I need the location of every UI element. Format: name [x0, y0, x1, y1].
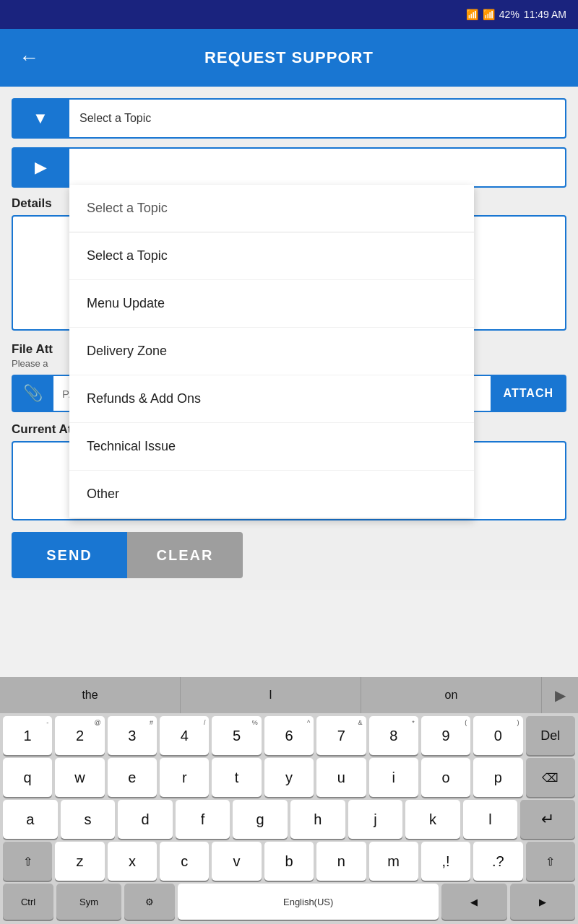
key-w[interactable]: w [55, 758, 104, 797]
action-buttons: SEND CLEAR [12, 532, 566, 578]
play-button[interactable]: ▶ [12, 147, 69, 188]
zxcv-row: ⇧ z x c v b n m ,! .? ⇧ [0, 839, 578, 881]
main-content: ▼ Select a Topic Select a Topic Select a… [0, 87, 578, 590]
key-h[interactable]: h [290, 800, 345, 839]
clear-button[interactable]: CLEAR [127, 532, 243, 578]
qwerty-row: q w e r t y u i o p ⌫ [0, 755, 578, 797]
key-l[interactable]: l [463, 800, 518, 839]
topic-selected-value: Select a Topic [79, 112, 151, 125]
key-1[interactable]: -1 [3, 716, 52, 755]
key-c[interactable]: c [160, 842, 209, 881]
number-row: -1 @2 #3 /4 %5 ^6 &7 *8 (9 )0 Del [0, 713, 578, 755]
send-button[interactable]: SEND [12, 532, 127, 578]
topic-dropdown-menu: Select a Topic Select a Topic Menu Updat… [69, 185, 474, 518]
suggestion-i[interactable]: I [181, 677, 361, 713]
key-m[interactable]: m [369, 842, 418, 881]
key-x[interactable]: x [108, 842, 157, 881]
key-i[interactable]: i [369, 758, 418, 797]
key-j[interactable]: j [348, 800, 403, 839]
key-del[interactable]: Del [526, 716, 575, 755]
wifi-icon: 📶 [483, 9, 495, 20]
key-g[interactable]: g [233, 800, 288, 839]
key-3[interactable]: #3 [108, 716, 157, 755]
key-space[interactable]: English(US) [178, 884, 439, 920]
back-button[interactable]: ← [14, 43, 43, 72]
key-shift-left[interactable]: ⇧ [3, 842, 52, 881]
topic-dropdown-field[interactable]: Select a Topic [69, 98, 566, 139]
key-d[interactable]: d [118, 800, 173, 839]
battery-level: 42% [499, 9, 519, 20]
suggestion-the[interactable]: the [0, 677, 181, 713]
play-field[interactable] [69, 147, 566, 188]
attach-button[interactable]: ATTACH [491, 375, 566, 412]
key-5[interactable]: %5 [212, 716, 261, 755]
bottom-row: Ctrl Sym ⚙ English(US) ◀ ▶ [0, 881, 578, 924]
key-u[interactable]: u [316, 758, 366, 797]
key-comma[interactable]: ,! [421, 842, 470, 881]
suggestions-row: the I on ▶ [0, 677, 578, 713]
topic-dropdown-row: ▼ Select a Topic Select a Topic Select a… [12, 98, 566, 139]
key-shift-right[interactable]: ⇧ [526, 842, 575, 881]
dropdown-toggle-button[interactable]: ▼ [12, 98, 69, 139]
dropdown-item-0[interactable]: Select a Topic [69, 185, 474, 232]
key-e[interactable]: e [108, 758, 157, 797]
bluetooth-icon: 📶 [466, 9, 478, 20]
paperclip-icon: 📎 [23, 384, 43, 403]
dropdown-item-1[interactable]: Select a Topic [69, 232, 474, 280]
key-7[interactable]: &7 [316, 716, 366, 755]
key-0[interactable]: )0 [473, 716, 522, 755]
dropdown-item-2[interactable]: Menu Update [69, 280, 474, 328]
dropdown-item-5[interactable]: Technical Issue [69, 423, 474, 471]
suggestion-on[interactable]: on [361, 677, 542, 713]
file-attach-icon-button[interactable]: 📎 [12, 375, 53, 412]
key-p[interactable]: p [473, 758, 522, 797]
asdf-row: a s d f g h j k l ↵ [0, 797, 578, 839]
key-ctrl[interactable]: Ctrl [3, 884, 53, 920]
key-6[interactable]: ^6 [264, 716, 314, 755]
play-row: ▶ [12, 147, 566, 188]
time-display: 11:49 AM [524, 9, 566, 20]
status-bar: 📶 📶 42% 11:49 AM [0, 0, 578, 29]
key-period[interactable]: .? [473, 842, 522, 881]
key-left-arrow[interactable]: ◀ [441, 884, 506, 920]
key-v[interactable]: v [212, 842, 261, 881]
dropdown-item-4[interactable]: Refunds & Add Ons [69, 375, 474, 423]
status-icons: 📶 📶 42% 11:49 AM [466, 9, 566, 20]
key-o[interactable]: o [421, 758, 470, 797]
chevron-down-icon: ▼ [33, 109, 48, 128]
key-4[interactable]: /4 [160, 716, 209, 755]
dropdown-item-3[interactable]: Delivery Zone [69, 328, 474, 375]
key-enter[interactable]: ↵ [520, 800, 575, 839]
key-8[interactable]: *8 [369, 716, 418, 755]
dropdown-item-6[interactable]: Other [69, 471, 474, 518]
key-n[interactable]: n [316, 842, 366, 881]
key-sym[interactable]: Sym [56, 884, 121, 920]
play-icon: ▶ [35, 158, 47, 177]
key-s[interactable]: s [61, 800, 116, 839]
key-9[interactable]: (9 [421, 716, 470, 755]
key-right-arrow[interactable]: ▶ [510, 884, 575, 920]
key-r[interactable]: r [160, 758, 209, 797]
key-b[interactable]: b [264, 842, 314, 881]
keyboard: the I on ▶ -1 @2 #3 /4 %5 ^6 &7 *8 (9 )0… [0, 677, 578, 924]
key-2[interactable]: @2 [55, 716, 104, 755]
header: ← REQUEST SUPPORT [0, 29, 578, 87]
key-y[interactable]: y [264, 758, 314, 797]
key-backspace[interactable]: ⌫ [526, 758, 575, 797]
key-q[interactable]: q [3, 758, 52, 797]
key-f[interactable]: f [176, 800, 230, 839]
suggestions-expand-icon[interactable]: ▶ [542, 687, 578, 704]
back-icon: ← [19, 46, 39, 69]
key-z[interactable]: z [55, 842, 104, 881]
key-t[interactable]: t [212, 758, 261, 797]
key-gear[interactable]: ⚙ [124, 884, 175, 920]
key-k[interactable]: k [405, 800, 460, 839]
page-title: REQUEST SUPPORT [58, 48, 520, 67]
key-a[interactable]: a [3, 800, 58, 839]
